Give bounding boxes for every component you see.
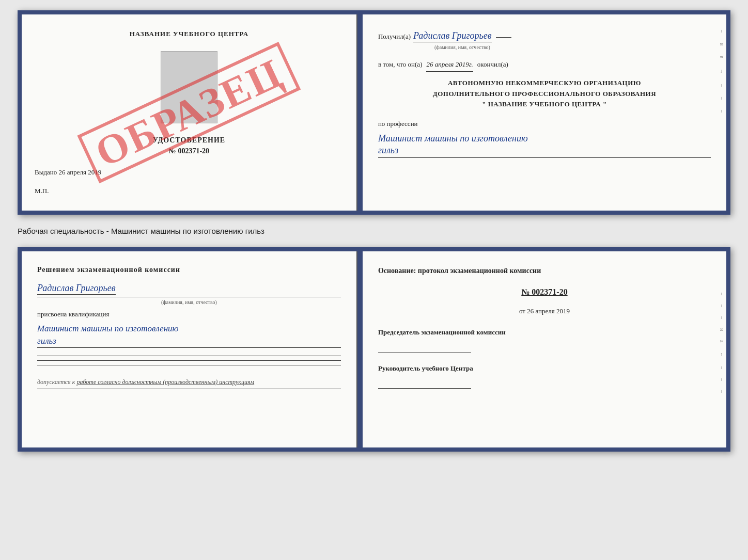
bottom-document: Решением экзаменационной комиссии Радисл…	[18, 247, 730, 452]
prof-line1: Машинист машины по изготовлению	[378, 133, 528, 143]
vtom-line: в том, что он(а) 26 апреля 2019г. окончи…	[378, 58, 711, 71]
side-mark-1: –	[718, 30, 724, 33]
bottom-side-mark-2: –	[719, 305, 725, 307]
name-underline	[37, 297, 341, 297]
bottom-side-marks: – – – и а ← – – –	[719, 293, 725, 393]
vydano-date: 26 апреля 2019	[59, 168, 102, 176]
dopuskaetsya-prefix: допускается к	[37, 378, 75, 386]
rukovoditel-block: Руководитель учебного Центра	[378, 363, 711, 389]
protocol-number: № 002371-20	[378, 285, 711, 300]
osnovaniye-title: Основание: протокол экзаменационной коми…	[378, 264, 711, 277]
org-block: АВТОНОМНУЮ НЕКОММЕРЧЕСКУЮ ОРГАНИЗАЦИЮ ДО…	[378, 78, 711, 110]
org-line1: АВТОНОМНУЮ НЕКОММЕРЧЕСКУЮ ОРГАНИЗАЦИЮ	[378, 78, 711, 89]
bottom-side-mark-6: ←	[719, 352, 725, 357]
dopuskaetsya-text: работе согласно должностным (производств…	[76, 378, 254, 386]
vtom-label: в том, что он(а)	[378, 58, 423, 70]
org-line2: ДОПОЛНИТЕЛЬНОГО ПРОФЕССИОНАЛЬНОГО ОБРАЗО…	[378, 89, 711, 100]
photo-placeholder	[161, 51, 217, 123]
h-rule-3	[37, 365, 341, 365]
bottom-side-mark-9: –	[719, 390, 725, 393]
mp-line: М.П.	[35, 187, 49, 195]
ot-date-value: 26 апреля 2019	[527, 307, 570, 315]
vydano-line: Выдано 26 апреля 2019	[35, 168, 101, 177]
bottom-fio-label: (фамилия, имя, отчество)	[37, 299, 341, 305]
dopuskaetsya-line: допускается к работе согласно должностны…	[37, 378, 341, 386]
completion-date: 26 апреля 2019г.	[426, 58, 473, 71]
qual-line1: Машинист машины по изготовлению	[37, 324, 179, 333]
bottom-person-name: Радислав Григорьев	[37, 283, 116, 295]
h-rule-2	[37, 360, 341, 361]
dopuskaetsya-underline	[37, 389, 341, 389]
ot-label: от	[519, 307, 525, 315]
side-marks: – и а ← – – –	[718, 30, 724, 113]
rukovoditel-label: Руководитель учебного Центра	[378, 363, 711, 374]
rukovoditel-signature-line	[378, 376, 471, 389]
profession-name: Машинист машины по изготовлению гильз	[378, 133, 711, 158]
side-mark-4: ←	[718, 69, 724, 74]
person-name-group: Радислав Григорьев (фамилия, имя, отчест…	[37, 283, 341, 305]
top-doc-right: Получил(а) Радислав Григорьев (фамилия, …	[363, 14, 726, 211]
vydano-label: Выдано	[35, 168, 57, 176]
separator-label: Рабочая специальность - Машинист машины …	[18, 224, 730, 238]
org-line3: " НАЗВАНИЕ УЧЕБНОГО ЦЕНТРА "	[378, 99, 711, 110]
udostoverenie-title: УДОСТОВЕРЕНИЕ	[153, 136, 225, 145]
top-document: НАЗВАНИЕ УЧЕБНОГО ЦЕНТРА УДОСТОВЕРЕНИЕ №…	[18, 10, 730, 215]
side-mark-7: –	[718, 110, 724, 113]
side-mark-5: –	[718, 84, 724, 87]
receiver-name-group: Радислав Григорьев (фамилия, имя, отчест…	[413, 27, 511, 52]
chairman-label: Председатель экзаменационной комиссии	[378, 327, 711, 338]
right-top-content: Получил(а) Радислав Григорьев (фамилия, …	[378, 27, 711, 158]
ot-date: от 26 апреля 2019	[378, 305, 711, 317]
receiver-line: Получил(а) Радислав Григорьев (фамилия, …	[378, 27, 711, 52]
bottom-doc-right: Основание: протокол экзаменационной коми…	[363, 251, 726, 447]
bottom-side-mark-5: а	[719, 340, 725, 342]
udostoverenie-block: УДОСТОВЕРЕНИЕ № 002371-20	[153, 136, 225, 158]
resheniye-title: Решением экзаменационной комиссии	[37, 264, 341, 275]
top-center-name: НАЗВАНИЕ УЧЕБНОГО ЦЕНТРА	[130, 30, 249, 38]
bottom-side-mark-1: –	[719, 293, 725, 295]
chairman-block: Председатель экзаменационной комиссии	[378, 327, 711, 353]
osnovaniye-block: Основание: протокол экзаменационной коми…	[378, 264, 711, 389]
qualification-name: Машинист машины по изготовлению гильз	[37, 323, 341, 348]
cert-number: № 002371-20	[153, 147, 225, 155]
spine-divider	[357, 14, 363, 211]
bottom-spine-divider	[357, 251, 363, 447]
top-doc-left: НАЗВАНИЕ УЧЕБНОГО ЦЕНТРА УДОСТОВЕРЕНИЕ №…	[22, 14, 357, 211]
profession-block: по профессии Машинист машины по изготовл…	[378, 118, 711, 158]
side-mark-3: а	[718, 56, 724, 58]
bottom-doc-left: Решением экзаменационной комиссии Радисл…	[22, 251, 357, 447]
poluchil-label: Получил(а)	[378, 30, 411, 42]
profession-label: по профессии	[378, 118, 711, 130]
dash-line	[496, 37, 511, 38]
chairman-signature-line	[378, 340, 471, 353]
bottom-side-mark-7: –	[719, 366, 725, 369]
okonchil-label: окончил(а)	[477, 58, 508, 70]
qual-line2: гильз	[37, 336, 56, 346]
bottom-side-mark-3: –	[719, 316, 725, 319]
side-mark-2: и	[718, 43, 724, 45]
fio-sublabel: (фамилия, имя, отчество)	[413, 43, 511, 52]
receiver-name: Радислав Григорьев	[413, 30, 492, 42]
h-rule-1	[37, 356, 341, 356]
bottom-side-mark-4: и	[719, 328, 725, 331]
signature-lines	[37, 356, 341, 365]
side-mark-6: –	[718, 97, 724, 100]
bottom-side-mark-8: –	[719, 378, 725, 381]
prisvoyena-line: присвоена квалификация	[37, 310, 341, 318]
prof-line2: гильз	[378, 145, 398, 155]
